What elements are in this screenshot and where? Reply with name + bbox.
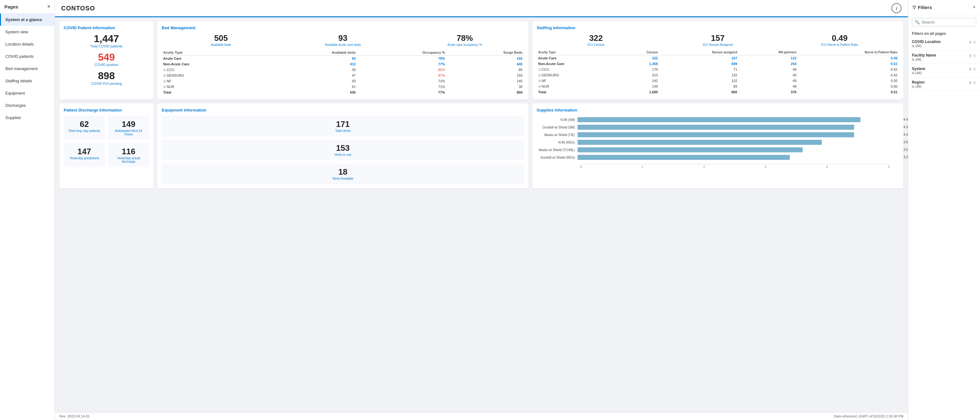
- bed-stat: 505 Available beds: [162, 33, 280, 46]
- equipment-card: Equipment Information 171 Total Vents 15…: [157, 103, 528, 188]
- dashboard-grid: COVID Patient Information 1,447 Total CO…: [59, 21, 904, 188]
- filter-value: is (All): [912, 71, 969, 75]
- supplies-bar-container: 3.5: [578, 147, 899, 152]
- supplies-bar-label: N-95 (REG): [537, 141, 578, 144]
- app-title: CONTOSO: [61, 5, 95, 12]
- covid-pending-stat: 898 COVID PUI pending: [64, 70, 149, 85]
- supplies-axis: 012345: [580, 164, 890, 169]
- sidebar-item-staffing-details[interactable]: Staffing details: [0, 75, 55, 87]
- filters-close-icon[interactable]: ×: [973, 5, 975, 10]
- sidebar-item-supplies[interactable]: Supplies: [0, 112, 55, 124]
- staffing-stat: 157 ICU Nurses Assigned: [659, 33, 777, 46]
- supplies-bar-chart: N-95 (SM) 4.4 Duckbill w/ Shield (SM) 4.…: [537, 116, 899, 164]
- search-input[interactable]: [922, 20, 974, 24]
- search-icon: 🔍: [915, 20, 920, 24]
- covid-total-label: Total COVID patients: [64, 44, 149, 48]
- covid-pending-number: 898: [64, 70, 149, 81]
- sidebar-item-covid-patients[interactable]: COVID patients: [0, 50, 55, 62]
- bed-table-row: Acute Care 93 78% 155: [162, 56, 524, 62]
- supplies-bar-container: 4.4: [578, 117, 899, 122]
- search-box[interactable]: 🔍: [912, 18, 976, 26]
- discharge-stat: 147 Yesterday predictions: [64, 143, 105, 167]
- staffing-card: Staffing Information 322 ICU Census 157 …: [532, 21, 904, 100]
- supplies-bar-label: Masks w/ Shield (TIE): [537, 133, 578, 137]
- filter-expand-icon[interactable]: ∨: [969, 40, 972, 44]
- bed-col-header: Available beds: [263, 50, 357, 56]
- filter-expand-icon[interactable]: ∨: [969, 53, 972, 58]
- supplies-bar-value: 3.5: [904, 147, 908, 152]
- covid-card: COVID Patient Information 1,447 Total CO…: [59, 21, 153, 100]
- axis-label: 2: [703, 165, 705, 169]
- bed-table-row: ⊞NUR 61 71% 30: [162, 84, 524, 89]
- filter-clear-icon[interactable]: ◇: [973, 80, 976, 85]
- staff-table-row: Non-Acute Care 1,358 699 254 0.51: [537, 61, 899, 67]
- filter-name: COVID Location: [912, 40, 969, 44]
- bed-table-row: ⊞CCU 30 85% 85: [162, 67, 524, 73]
- bed-table-row: Non-Acute Care 412 77% 645: [162, 61, 524, 67]
- axis-label: 4: [826, 165, 828, 169]
- staffing-card-title: Staffing Information: [537, 26, 899, 30]
- covid-positive-label: COVID positive: [64, 63, 149, 67]
- filter-expand-icon[interactable]: ∨: [969, 80, 972, 85]
- supplies-bar-fill: [578, 117, 861, 122]
- discharge-card: Patient Discharge Information 62 Total l…: [59, 103, 153, 188]
- filter-clear-icon[interactable]: ◇: [973, 40, 976, 44]
- filter-clear-icon[interactable]: ◇: [973, 53, 976, 58]
- supplies-bar-fill: [578, 125, 854, 130]
- supplies-bar-value: 3.8: [904, 140, 908, 145]
- bed-card: Bed Management 505 Available beds 93 Ava…: [157, 21, 528, 100]
- info-icon[interactable]: i: [891, 3, 902, 13]
- filters-section-label: Filters on all pages: [908, 30, 980, 37]
- footer-refresh: Data refreshed: (GMT) 4/15/2020 2:26:38 …: [834, 414, 904, 418]
- bed-col-header: Acuity Type: [162, 50, 263, 56]
- filter-item: Region is (All) ∨ ◇: [908, 78, 980, 91]
- sidebar-item-bed-management[interactable]: Bed management: [0, 62, 55, 75]
- filter-name: Facility Name: [912, 53, 969, 57]
- sidebar-item-system-view[interactable]: System view: [0, 26, 55, 38]
- staffing-table: Acuity TypeCensusNurses assignedRN partn…: [537, 50, 899, 95]
- filters-title: ▽ Filters: [913, 5, 932, 10]
- filter-clear-icon[interactable]: ◇: [973, 67, 976, 71]
- discharge-grid: 62 Total long stay patients 149 Anticipa…: [64, 116, 149, 167]
- equipment-stat: 171 Total Vents: [162, 116, 524, 136]
- supplies-bar-row: Duckbill w/ Shield (SM) 4.3: [537, 125, 899, 130]
- sidebar-header: Pages ×: [0, 0, 55, 13]
- top-bar: CONTOSO i: [55, 0, 908, 17]
- sidebar-nav: System at a glanceSystem viewLocation de…: [0, 13, 55, 124]
- content-area: COVID Patient Information 1,447 Total CO…: [55, 17, 908, 412]
- supplies-bar-label: N-95 (SM): [537, 118, 578, 121]
- sidebar-item-system-at-a-glance[interactable]: System at a glance: [0, 13, 55, 26]
- supplies-card: Supplies Information N-95 (SM) 4.4 Duckb…: [532, 103, 904, 188]
- equipment-card-title: Equipment Information: [162, 108, 524, 112]
- staff-table-row: ⊞NF 242 132 49 0.55: [537, 78, 899, 83]
- covid-positive-number: 549: [64, 52, 149, 63]
- staffing-stat: 322 ICU Census: [537, 33, 655, 46]
- sidebar-item-location-details[interactable]: Location details: [0, 38, 55, 50]
- bed-stat: 93 Available acute care beds: [283, 33, 402, 46]
- bed-top-stats: 505 Available beds 93 Available acute ca…: [162, 33, 524, 46]
- axis-label: 5: [888, 165, 889, 169]
- sidebar-close-icon[interactable]: ×: [48, 4, 50, 10]
- supplies-bar-row: N-95 (SM) 4.4: [537, 117, 899, 122]
- supplies-bar-container: 4.3: [578, 125, 899, 130]
- staff-col-header: Acuity Type: [537, 50, 619, 55]
- supplies-bar-container: 3.3: [578, 155, 899, 160]
- bed-card-title: Bed Management: [162, 26, 524, 30]
- footer: Rev: 2020.04.14-01 Data refreshed: (GMT)…: [55, 412, 908, 420]
- supplies-card-title: Supplies Information: [537, 108, 899, 112]
- filter-expand-icon[interactable]: ∨: [969, 67, 972, 71]
- sidebar-item-equipment[interactable]: Equipment: [0, 87, 55, 99]
- filter-value: is (All): [912, 85, 969, 88]
- supplies-bar-fill: [578, 155, 790, 160]
- filter-name: System: [912, 67, 969, 71]
- supplies-bar-row: Duckbill w/ Shield (REG) 3.3: [537, 155, 899, 160]
- sidebar-item-discharges[interactable]: Discharges: [0, 99, 55, 112]
- supplies-bar-row: N-95 (REG) 3.8: [537, 140, 899, 145]
- staff-table-row: ⊞NUR 149 89 48 0.60: [537, 83, 899, 89]
- supplies-bar-value: 3.3: [904, 155, 908, 160]
- discharge-stat: 62 Total long stay patients: [64, 116, 105, 140]
- covid-total-stat: 1,447 Total COVID patients: [64, 33, 149, 48]
- supplies-bar-value: 4.3: [904, 132, 908, 137]
- bed-total-row: Total 505 77% 800: [162, 89, 524, 95]
- supplies-bar-container: 3.8: [578, 140, 899, 145]
